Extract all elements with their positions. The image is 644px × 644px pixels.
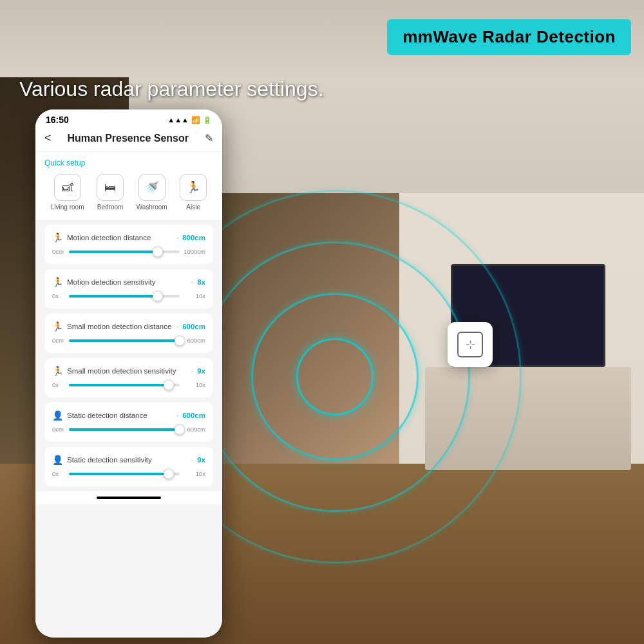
slider-max-static-detection-sensitivity: 10x [184,470,205,477]
slider-container-small-motion-detection-sensitivity: 0x10x [52,381,205,388]
slider-container-static-detection-sensitivity: 0x10x [52,470,205,477]
setting-value-static-detection-sensitivity: 9x [197,456,205,464]
living-room-icon: 🛋 [54,174,81,201]
home-indicator [35,491,222,504]
quick-setup-section: Quick setup 🛋 Living room 🛏 Bedroom 🚿 Wa… [35,152,222,220]
slider-track-small-motion-detection-distance[interactable] [69,339,180,342]
slider-track-static-detection-sensitivity[interactable] [69,473,180,475]
slider-max-small-motion-detection-distance: 600cm [184,337,205,344]
slider-min-small-motion-detection-sensitivity: 0x [52,381,65,388]
title-badge: mmWave Radar Detection [387,19,631,55]
slider-thumb-static-detection-sensitivity[interactable] [164,469,174,479]
badge-label: mmWave Radar Detection [402,27,616,46]
setting-icon-motion-detection-sensitivity: 🏃 [52,277,63,287]
slider-thumb-motion-detection-distance[interactable] [153,247,163,257]
setting-row-static-detection-distance: 👤Static detection distance · 600cm [52,410,205,421]
slider-fill-static-detection-sensitivity [69,473,169,475]
back-button[interactable]: < [44,131,52,145]
setting-value-small-motion-detection-sensitivity: 9x [197,367,205,375]
sensor-device: ⊹ [448,322,493,367]
setting-row-motion-detection-sensitivity: 🏃Motion detection sensitivity · 8x [52,277,205,287]
quick-item-living-room[interactable]: 🛋 Living room [51,174,84,211]
setting-label-static-detection-distance: Static detection distance [67,412,173,419]
status-bar: 16:50 ▲▲▲ 📶 🔋 [35,109,222,128]
setting-icon-static-detection-sensitivity: 👤 [52,455,63,465]
slider-min-small-motion-detection-distance: 0cm [52,337,65,344]
setting-dot-static-detection-distance: · [176,412,178,419]
setting-label-static-detection-sensitivity: Static detection sensitivity [67,456,187,464]
setting-section-small-motion-detection-sensitivity: 🏃Small motion detection sensitivity · 9x… [44,358,213,397]
phone-inner: 16:50 ▲▲▲ 📶 🔋 < Human Presence Sensor ✎ … [35,109,222,638]
slider-track-static-detection-distance[interactable] [69,428,180,431]
signal-icon: ▲▲▲ [167,116,189,124]
setting-dot-static-detection-sensitivity: · [191,456,193,464]
sensor-icon: ⊹ [457,332,483,357]
quick-setup-label: Quick setup [44,158,213,167]
status-icons: ▲▲▲ 📶 🔋 [167,116,212,124]
setting-icon-motion-detection-distance: 🏃 [52,232,63,243]
slider-max-motion-detection-distance: 1000cm [184,248,205,255]
quick-icons-row: 🛋 Living room 🛏 Bedroom 🚿 Washroom 🏃 Ais… [44,174,213,211]
app-header: < Human Presence Sensor ✎ [35,128,222,152]
wifi-icon: 📶 [191,116,200,124]
setting-value-static-detection-distance: 600cm [182,412,205,419]
setting-label-small-motion-detection-sensitivity: Small motion detection sensitivity [67,367,187,375]
setting-section-static-detection-sensitivity: 👤Static detection sensitivity · 9x0x10x [44,447,213,486]
setting-dot-small-motion-detection-sensitivity: · [191,367,193,375]
slider-fill-small-motion-detection-distance [69,339,180,342]
quick-item-aisle[interactable]: 🏃 Aisle [180,174,207,211]
washroom-label: Washroom [137,204,167,211]
setting-icon-small-motion-detection-distance: 🏃 [52,321,63,332]
aisle-icon: 🏃 [180,174,207,201]
slider-min-static-detection-sensitivity: 0x [52,470,65,477]
setting-section-motion-detection-distance: 🏃Motion detection distance · 800cm0cm100… [44,225,213,264]
quick-item-washroom[interactable]: 🚿 Washroom [137,174,167,211]
slider-container-motion-detection-distance: 0cm1000cm [52,248,205,255]
slider-container-small-motion-detection-distance: 0cm600cm [52,337,205,344]
slider-fill-motion-detection-distance [69,251,158,253]
setting-dot-motion-detection-distance: · [176,234,178,242]
setting-section-small-motion-detection-distance: 🏃Small motion detection distance · 600cm… [44,314,213,353]
quick-item-bedroom[interactable]: 🛏 Bedroom [97,174,124,211]
setting-label-small-motion-detection-distance: Small motion detection distance [67,323,173,330]
slider-track-motion-detection-sensitivity[interactable] [69,295,180,298]
slider-thumb-small-motion-detection-distance[interactable] [175,336,185,346]
washroom-icon: 🚿 [138,174,166,201]
aisle-label: Aisle [186,204,200,211]
slider-fill-static-detection-distance [69,428,180,431]
setting-value-motion-detection-distance: 800cm [182,234,205,242]
slider-max-motion-detection-sensitivity: 10x [184,292,205,299]
heading-label: Various radar parameter settings. [19,77,324,100]
slider-fill-motion-detection-sensitivity [69,295,158,298]
slider-thumb-small-motion-detection-sensitivity[interactable] [164,380,174,390]
slider-max-static-detection-distance: 600cm [184,426,205,433]
settings-content: 🏃Motion detection distance · 800cm0cm100… [35,225,222,491]
setting-label-motion-detection-distance: Motion detection distance [67,234,173,242]
slider-max-small-motion-detection-sensitivity: 10x [184,381,205,388]
edit-button[interactable]: ✎ [205,132,213,144]
slider-min-motion-detection-distance: 0cm [52,248,65,255]
slider-track-small-motion-detection-sensitivity[interactable] [69,384,180,386]
slider-thumb-motion-detection-sensitivity[interactable] [153,291,163,301]
setting-icon-small-motion-detection-sensitivity: 🏃 [52,366,63,376]
home-bar [97,497,161,499]
bedroom-icon: 🛏 [97,174,124,201]
slider-min-static-detection-distance: 0cm [52,426,65,433]
slider-fill-small-motion-detection-sensitivity [69,384,169,386]
setting-value-motion-detection-sensitivity: 8x [197,278,205,286]
heading-text: Various radar parameter settings. [19,77,324,101]
bedroom-label: Bedroom [97,204,124,211]
slider-track-motion-detection-distance[interactable] [69,251,180,253]
slider-min-motion-detection-sensitivity: 0x [52,292,65,299]
setting-label-motion-detection-sensitivity: Motion detection sensitivity [67,278,187,286]
setting-section-motion-detection-sensitivity: 🏃Motion detection sensitivity · 8x0x10x [44,269,213,308]
setting-section-static-detection-distance: 👤Static detection distance · 600cm0cm600… [44,402,213,442]
slider-container-motion-detection-sensitivity: 0x10x [52,292,205,299]
status-time: 16:50 [46,115,69,125]
phone-mockup: 16:50 ▲▲▲ 📶 🔋 < Human Presence Sensor ✎ … [35,109,222,638]
setting-value-small-motion-detection-distance: 600cm [182,323,205,330]
battery-icon: 🔋 [203,116,212,124]
setting-row-static-detection-sensitivity: 👤Static detection sensitivity · 9x [52,455,205,465]
setting-dot-small-motion-detection-distance: · [176,323,178,330]
slider-thumb-static-detection-distance[interactable] [175,424,185,435]
